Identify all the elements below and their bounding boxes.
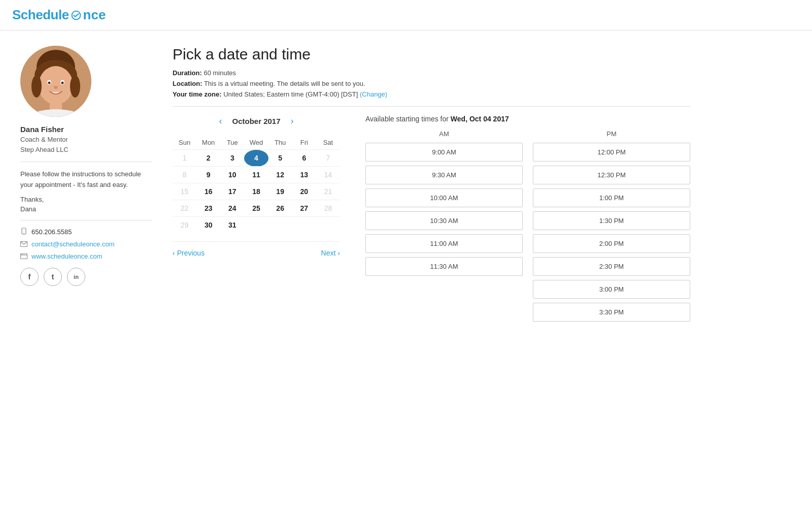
am-slot-2[interactable]: 9:30 AM bbox=[365, 166, 523, 184]
svg-point-11 bbox=[31, 75, 42, 98]
website-link[interactable]: www.scheduleonce.com bbox=[31, 252, 102, 260]
svg-point-7 bbox=[61, 82, 64, 84]
calendar-day-3-7: 21 bbox=[316, 183, 340, 200]
calendar-day-4-5[interactable]: 26 bbox=[268, 200, 292, 217]
calendar-day-5-3[interactable]: 31 bbox=[220, 217, 244, 234]
avatar-image bbox=[20, 46, 91, 117]
cal-header-wed: Wed bbox=[244, 136, 268, 150]
calendar-day-2-5[interactable]: 12 bbox=[268, 167, 292, 183]
logo-checkmark-icon bbox=[70, 9, 83, 22]
calendar-day-2-2[interactable]: 9 bbox=[196, 167, 220, 183]
calendar-day-5-2[interactable]: 30 bbox=[196, 217, 220, 234]
calendar-header: ‹ October 2017 › bbox=[173, 115, 340, 128]
change-timezone-link[interactable]: (Change) bbox=[360, 90, 387, 98]
am-slot-5[interactable]: 11:00 AM bbox=[365, 234, 523, 253]
svg-point-18 bbox=[21, 254, 22, 255]
calendar-day-2-7: 14 bbox=[316, 167, 340, 183]
calendar-day-1-3[interactable]: 3 bbox=[220, 150, 244, 167]
cal-header-sun: Sun bbox=[173, 136, 196, 150]
calendar-day-1-4[interactable]: 4 bbox=[244, 150, 268, 167]
host-title: Coach & Mentor Step Ahead LLC bbox=[20, 135, 152, 154]
pm-slot-7[interactable]: 3:00 PM bbox=[533, 280, 690, 299]
website-contact: www.scheduleonce.com bbox=[20, 252, 152, 261]
am-slot-1[interactable]: 9:00 AM bbox=[365, 143, 523, 162]
avatar bbox=[20, 46, 91, 117]
main-layout: Dana Fisher Coach & Mentor Step Ahead LL… bbox=[0, 30, 710, 341]
logo: Schedule nce bbox=[12, 7, 106, 23]
calendar-day-1-5[interactable]: 5 bbox=[268, 150, 292, 167]
calendar-day-5-7 bbox=[316, 217, 340, 234]
main-content: Pick a date and time Duration: 60 minute… bbox=[173, 46, 690, 326]
cal-header-fri: Fri bbox=[292, 136, 316, 150]
calendar: ‹ October 2017 › Sun Mon Tue Wed Thu Fri bbox=[173, 115, 340, 257]
email-link[interactable]: contact@scheduleonce.com bbox=[31, 240, 115, 248]
calendar-week-2: 891011121314 bbox=[173, 167, 340, 183]
twitter-button[interactable]: t bbox=[44, 268, 62, 286]
calendar-day-4-6[interactable]: 27 bbox=[292, 200, 316, 217]
pm-slot-1[interactable]: 12:00 PM bbox=[533, 143, 690, 162]
phone-contact: 650.206.5585 bbox=[20, 228, 152, 236]
pm-slot-3[interactable]: 1:00 PM bbox=[533, 188, 690, 207]
calendar-day-4-1: 22 bbox=[173, 200, 196, 217]
calendar-day-5-5 bbox=[268, 217, 292, 234]
facebook-button[interactable]: f bbox=[20, 268, 39, 286]
calendar-day-2-1: 8 bbox=[173, 167, 196, 183]
calendar-day-1-6[interactable]: 6 bbox=[292, 150, 316, 167]
next-button[interactable]: Next › bbox=[321, 249, 340, 257]
calendar-day-3-6[interactable]: 20 bbox=[292, 183, 316, 200]
calendar-day-1-2[interactable]: 2 bbox=[196, 150, 220, 167]
pm-column: PM 12:00 PM12:30 PM1:00 PM1:30 PM2:00 PM… bbox=[533, 130, 690, 326]
phone-number: 650.206.5585 bbox=[31, 228, 72, 236]
pm-slot-5[interactable]: 2:00 PM bbox=[533, 234, 690, 253]
thanks-name: Dana bbox=[20, 205, 152, 213]
calendar-day-2-6[interactable]: 13 bbox=[292, 167, 316, 183]
page-title: Pick a date and time bbox=[173, 46, 690, 63]
calendar-day-2-4[interactable]: 11 bbox=[244, 167, 268, 183]
times-header: Available starting times for Wed, Oct 04… bbox=[365, 115, 690, 123]
am-column: AM 9:00 AM9:30 AM10:00 AM10:30 AM11:00 A… bbox=[365, 130, 523, 326]
calendar-day-4-4[interactable]: 25 bbox=[244, 200, 268, 217]
calendar-day-3-5[interactable]: 19 bbox=[268, 183, 292, 200]
calendar-week-1: 1234567 bbox=[173, 150, 340, 167]
logo-schedule-text: Schedule bbox=[12, 7, 69, 23]
calendar-day-4-2[interactable]: 23 bbox=[196, 200, 220, 217]
calendar-day-1-1: 1 bbox=[173, 150, 196, 167]
divider-2 bbox=[20, 220, 152, 220]
calendar-grid: Sun Mon Tue Wed Thu Fri Sat 123456789101… bbox=[173, 136, 340, 233]
location-info: Location: This is a virtual meeting. The… bbox=[173, 80, 690, 87]
host-name: Dana Fisher bbox=[20, 125, 152, 134]
calendar-week-5: 293031 bbox=[173, 217, 340, 234]
calendar-day-5-1: 29 bbox=[173, 217, 196, 234]
am-slots: 9:00 AM9:30 AM10:00 AM10:30 AM11:00 AM11… bbox=[365, 143, 523, 276]
calendar-day-2-3[interactable]: 10 bbox=[220, 167, 244, 183]
prev-month-button[interactable]: ‹ bbox=[217, 115, 224, 128]
calendar-day-3-2[interactable]: 16 bbox=[196, 183, 220, 200]
cal-header-tue: Tue bbox=[220, 136, 244, 150]
pm-header: PM bbox=[533, 130, 690, 138]
calendar-week-3: 15161718192021 bbox=[173, 183, 340, 200]
social-icons-group: f t in bbox=[20, 268, 152, 286]
next-month-button[interactable]: › bbox=[289, 115, 296, 128]
instructions-text: Please follow the instructions to schedu… bbox=[20, 169, 152, 190]
pm-slot-4[interactable]: 1:30 PM bbox=[533, 211, 690, 230]
calendar-day-3-4[interactable]: 18 bbox=[244, 183, 268, 200]
cal-header-sat: Sat bbox=[316, 136, 340, 150]
pm-slot-2[interactable]: 12:30 PM bbox=[533, 166, 690, 184]
times-columns: AM 9:00 AM9:30 AM10:00 AM10:30 AM11:00 A… bbox=[365, 130, 690, 326]
am-slot-3[interactable]: 10:00 AM bbox=[365, 188, 523, 207]
svg-point-19 bbox=[22, 254, 23, 255]
pm-slot-6[interactable]: 2:30 PM bbox=[533, 257, 690, 276]
duration-info: Duration: 60 minutes bbox=[173, 69, 690, 77]
calendar-day-4-3[interactable]: 24 bbox=[220, 200, 244, 217]
svg-point-8 bbox=[54, 86, 58, 89]
cal-header-thu: Thu bbox=[268, 136, 292, 150]
calendar-day-5-6 bbox=[292, 217, 316, 234]
am-slot-4[interactable]: 10:30 AM bbox=[365, 211, 523, 230]
calendar-day-3-3[interactable]: 17 bbox=[220, 183, 244, 200]
linkedin-button[interactable]: in bbox=[67, 268, 85, 286]
times-panel: Available starting times for Wed, Oct 04… bbox=[365, 115, 690, 326]
pm-slot-8[interactable]: 3:30 PM bbox=[533, 303, 690, 322]
am-slot-6[interactable]: 11:30 AM bbox=[365, 257, 523, 276]
phone-icon bbox=[20, 228, 27, 236]
previous-button[interactable]: ‹ Previous bbox=[173, 249, 205, 257]
